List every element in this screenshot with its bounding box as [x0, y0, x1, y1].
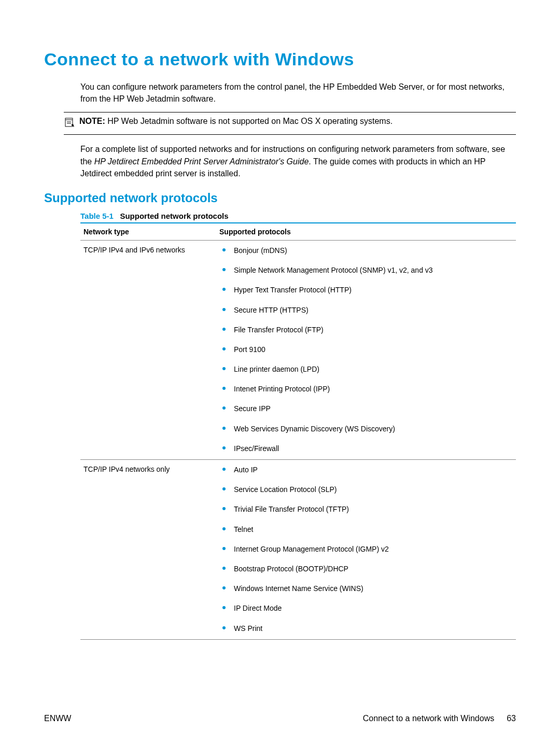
- caption-title: Supported network protocols: [120, 212, 228, 220]
- page-footer: ENWW Connect to a network with Windows 6…: [44, 714, 516, 723]
- cell-protocols: Bonjour (mDNS)Simple Network Management …: [216, 240, 516, 459]
- note-label: NOTE:: [79, 117, 105, 125]
- list-item: Web Services Dynamic Discovery (WS Disco…: [219, 424, 513, 433]
- col-header-protocols: Supported protocols: [216, 223, 516, 241]
- note-icon: [64, 117, 75, 130]
- list-item: Line printer daemon (LPD): [219, 364, 513, 374]
- guide-text: For a complete list of supported network…: [80, 143, 516, 179]
- list-item: Simple Network Management Protocol (SNMP…: [219, 265, 513, 275]
- table-row: TCP/IP IPv4 networks onlyAuto IPService …: [80, 460, 516, 640]
- list-item: Hyper Text Transfer Protocol (HTTP): [219, 285, 513, 294]
- list-item: Windows Internet Name Service (WINS): [219, 584, 513, 593]
- cell-network-type: TCP/IP IPv4 networks only: [80, 460, 216, 640]
- intro-text: You can configure network parameters fro…: [80, 81, 516, 105]
- table-caption: Table 5-1 Supported network protocols: [80, 212, 516, 220]
- guide-italic: HP Jetdirect Embedded Print Server Admin…: [94, 157, 309, 166]
- footer-page: 63: [507, 714, 516, 723]
- table-header-row: Network type Supported protocols: [80, 223, 516, 241]
- table-row: TCP/IP IPv4 and IPv6 networksBonjour (mD…: [80, 240, 516, 459]
- protocol-list: Auto IPService Location Protocol (SLP)Tr…: [219, 465, 513, 633]
- list-item: Secure HTTP (HTTPS): [219, 305, 513, 315]
- list-item: Bonjour (mDNS): [219, 246, 513, 255]
- list-item: Intenet Printing Protocol (IPP): [219, 384, 513, 393]
- note-body: HP Web Jetadmin software is not supporte…: [107, 117, 393, 125]
- list-item: Port 9100: [219, 345, 513, 354]
- list-item: Internet Group Management Protocol (IGMP…: [219, 544, 513, 554]
- page-title: Connect to a network with Windows: [44, 49, 516, 69]
- footer-right: Connect to a network with Windows 63: [363, 714, 516, 723]
- svg-rect-0: [65, 118, 73, 126]
- caption-label: Table 5-1: [80, 212, 114, 220]
- protocol-list: Bonjour (mDNS)Simple Network Management …: [219, 246, 513, 453]
- list-item: Bootstrap Protocol (BOOTP)/DHCP: [219, 564, 513, 573]
- col-header-network: Network type: [80, 223, 216, 241]
- list-item: WS Print: [219, 624, 513, 633]
- list-item: Secure IPP: [219, 404, 513, 413]
- cell-network-type: TCP/IP IPv4 and IPv6 networks: [80, 240, 216, 459]
- page: Connect to a network with Windows You ca…: [0, 0, 560, 745]
- table-wrap: Table 5-1 Supported network protocols Ne…: [80, 212, 516, 640]
- list-item: Telnet: [219, 525, 513, 534]
- guide-block: For a complete list of supported network…: [80, 143, 516, 179]
- list-item: File Transfer Protocol (FTP): [219, 325, 513, 334]
- list-item: IP Direct Mode: [219, 603, 513, 613]
- cell-protocols: Auto IPService Location Protocol (SLP)Tr…: [216, 460, 516, 640]
- footer-left: ENWW: [44, 714, 71, 723]
- intro-block: You can configure network parameters fro…: [80, 81, 516, 105]
- list-item: IPsec/Firewall: [219, 444, 513, 453]
- protocols-table: Network type Supported protocols TCP/IP …: [80, 222, 516, 640]
- note-text: NOTE: HP Web Jetadmin software is not su…: [79, 116, 393, 127]
- list-item: Service Location Protocol (SLP): [219, 485, 513, 494]
- section-title: Supported network protocols: [44, 191, 516, 205]
- list-item: Auto IP: [219, 465, 513, 474]
- footer-section: Connect to a network with Windows: [363, 714, 494, 723]
- list-item: Trivial File Transfer Protocol (TFTP): [219, 504, 513, 514]
- note-block: NOTE: HP Web Jetadmin software is not su…: [64, 112, 516, 135]
